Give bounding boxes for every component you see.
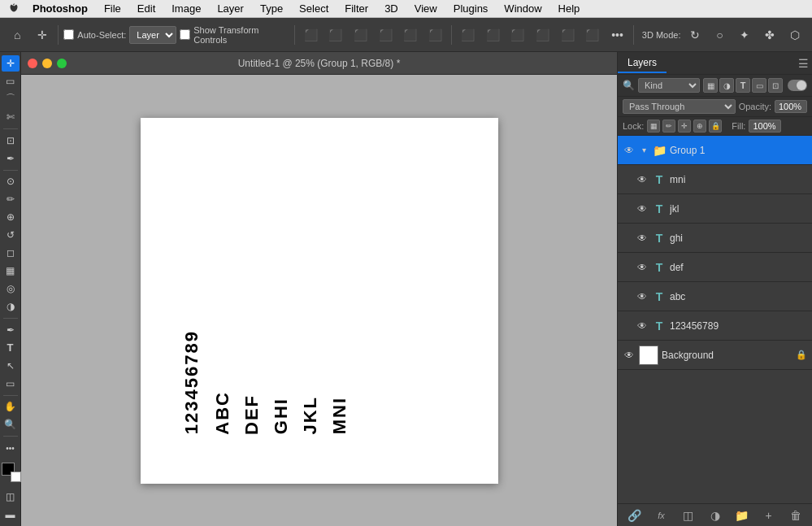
home-button[interactable]: ⌂ <box>7 24 28 46</box>
layer-arrow-group1[interactable]: ▾ <box>639 146 649 155</box>
lock-transparent-icon[interactable]: ▦ <box>647 120 660 133</box>
menu-type[interactable]: Type <box>254 1 289 16</box>
dist-left-button[interactable]: ⬛ <box>457 24 479 46</box>
layer-item-background[interactable]: 👁 Background 🔒 <box>618 341 812 370</box>
lock-position-icon[interactable]: ✛ <box>678 120 691 133</box>
layer-item-def[interactable]: 👁 T def <box>618 253 812 282</box>
filter-pixel-icon[interactable]: ▦ <box>703 78 718 93</box>
layer-item-numbers[interactable]: 👁 T 123456789 <box>618 311 812 341</box>
quick-mask-tool[interactable]: ◫ <box>2 489 20 505</box>
dist-center-h-button[interactable]: ⬛ <box>482 24 504 46</box>
window-maximize-button[interactable] <box>57 59 67 68</box>
layer-item-group1[interactable]: 👁 ▾ 📁 Group 1 <box>618 136 812 165</box>
layer-item-mni[interactable]: 👁 T mni <box>618 165 812 194</box>
hand-tool[interactable]: ✋ <box>2 399 20 415</box>
menu-image[interactable]: Image <box>165 1 207 16</box>
menu-file[interactable]: File <box>98 1 128 16</box>
add-adjustment-button[interactable]: ◑ <box>707 507 723 524</box>
gradient-tool[interactable]: ▦ <box>2 263 20 279</box>
layer-visibility-group1[interactable]: 👁 <box>623 144 636 157</box>
layers-filter-toggle[interactable] <box>788 80 807 91</box>
dist-center-v-button[interactable]: ⬛ <box>557 24 579 46</box>
filter-type-icon[interactable]: T <box>736 78 750 93</box>
type-tool[interactable]: T <box>2 340 20 356</box>
lasso-tool[interactable]: ⌒ <box>2 91 20 107</box>
add-fx-button[interactable]: fx <box>654 507 670 524</box>
spot-heal-tool[interactable]: ⊙ <box>2 173 20 189</box>
blur-tool[interactable]: ◎ <box>2 280 20 297</box>
delete-layer-button[interactable]: 🗑 <box>788 507 804 524</box>
window-minimize-button[interactable] <box>42 59 52 68</box>
lock-pixels-icon[interactable]: ✏ <box>662 120 675 133</box>
blend-mode-select[interactable]: Pass Through <box>623 99 736 114</box>
menu-edit[interactable]: Edit <box>131 1 162 16</box>
panel-menu-button[interactable]: ☰ <box>798 57 809 70</box>
show-transform-checkbox[interactable] <box>180 29 190 40</box>
3d-slide-button[interactable]: ✤ <box>759 24 781 46</box>
add-group-button[interactable]: 📁 <box>734 507 750 524</box>
layer-visibility-mni[interactable]: 👁 <box>636 173 649 186</box>
menu-3d[interactable]: 3D <box>378 1 405 16</box>
more-tools-button[interactable]: ••• <box>2 440 20 456</box>
layer-item-abc[interactable]: 👁 T abc <box>618 282 812 311</box>
shape-tool[interactable]: ▭ <box>2 376 20 392</box>
layer-visibility-background[interactable]: 👁 <box>623 349 636 362</box>
menu-view[interactable]: View <box>408 1 444 16</box>
layers-kind-select[interactable]: Kind <box>638 78 700 93</box>
opacity-value[interactable]: 100% <box>775 100 807 113</box>
filter-smart-icon[interactable]: ⊡ <box>768 78 783 93</box>
layers-tab[interactable]: Layers <box>618 54 667 73</box>
select-rect-tool[interactable]: ▭ <box>2 73 20 89</box>
filter-adjust-icon[interactable]: ◑ <box>719 78 734 93</box>
lock-all-icon[interactable]: 🔒 <box>709 120 722 133</box>
layer-item-jkl[interactable]: 👁 T jkl <box>618 194 812 224</box>
add-link-button[interactable]: 🔗 <box>627 507 643 524</box>
layer-visibility-numbers[interactable]: 👁 <box>636 320 649 333</box>
move-tool[interactable]: ✛ <box>2 55 20 72</box>
apple-menu-icon[interactable] <box>7 2 20 15</box>
color-swatches[interactable] <box>2 463 20 480</box>
menu-layer[interactable]: Layer <box>211 1 250 16</box>
layers-list[interactable]: 👁 ▾ 📁 Group 1 👁 T mni 👁 T jkl <box>618 136 812 503</box>
background-color[interactable] <box>11 472 21 482</box>
move-tool-button[interactable]: ✛ <box>32 24 54 46</box>
3d-scale-button[interactable]: ⬡ <box>784 24 805 46</box>
more-options-button[interactable]: ••• <box>606 24 628 46</box>
crop-tool[interactable]: ⊡ <box>2 133 20 149</box>
eraser-tool[interactable]: ◻ <box>2 245 20 261</box>
lock-artboard-icon[interactable]: ⊕ <box>693 120 706 133</box>
align-top-button[interactable]: ⬛ <box>375 24 397 46</box>
layer-visibility-abc[interactable]: 👁 <box>636 290 649 303</box>
dist-bottom-button[interactable]: ⬛ <box>581 24 603 46</box>
3d-roll-button[interactable]: ○ <box>709 24 731 46</box>
dist-top-button[interactable]: ⬛ <box>532 24 554 46</box>
menu-window[interactable]: Window <box>497 1 548 16</box>
menu-help[interactable]: Help <box>552 1 587 16</box>
dodge-tool[interactable]: ◑ <box>2 298 20 315</box>
auto-select-checkbox[interactable] <box>63 29 74 40</box>
add-layer-button[interactable]: + <box>761 507 777 524</box>
menu-filter[interactable]: Filter <box>338 1 375 16</box>
align-left-button[interactable]: ⬛ <box>300 24 322 46</box>
layer-visibility-jkl[interactable]: 👁 <box>636 202 649 215</box>
path-select-tool[interactable]: ↖ <box>2 358 20 374</box>
filter-shape-icon[interactable]: ▭ <box>752 78 766 93</box>
zoom-tool[interactable]: 🔍 <box>2 416 20 433</box>
add-mask-button[interactable]: ◫ <box>680 507 697 524</box>
quick-select-tool[interactable]: ✄ <box>2 109 20 125</box>
layer-item-ghi[interactable]: 👁 T ghi <box>618 224 812 253</box>
eyedropper-tool[interactable]: ✒ <box>2 150 20 167</box>
screen-mode-button[interactable]: ▬ <box>2 506 20 523</box>
align-center-h-button[interactable]: ⬛ <box>325 24 347 46</box>
align-right-button[interactable]: ⬛ <box>350 24 371 46</box>
layer-select[interactable]: Layer <box>129 26 176 44</box>
layer-visibility-def[interactable]: 👁 <box>636 261 649 274</box>
stamp-tool[interactable]: ⊕ <box>2 209 20 225</box>
dist-right-button[interactable]: ⬛ <box>506 24 528 46</box>
canvas-scroll-area[interactable]: 123456789 ABC DEF GHI JKL MNI <box>21 75 617 526</box>
fill-value[interactable]: 100% <box>749 120 781 133</box>
align-center-v-button[interactable]: ⬛ <box>400 24 422 46</box>
app-name[interactable]: Photoshop <box>26 1 94 16</box>
3d-drag-button[interactable]: ✦ <box>734 24 756 46</box>
window-close-button[interactable] <box>28 59 37 68</box>
